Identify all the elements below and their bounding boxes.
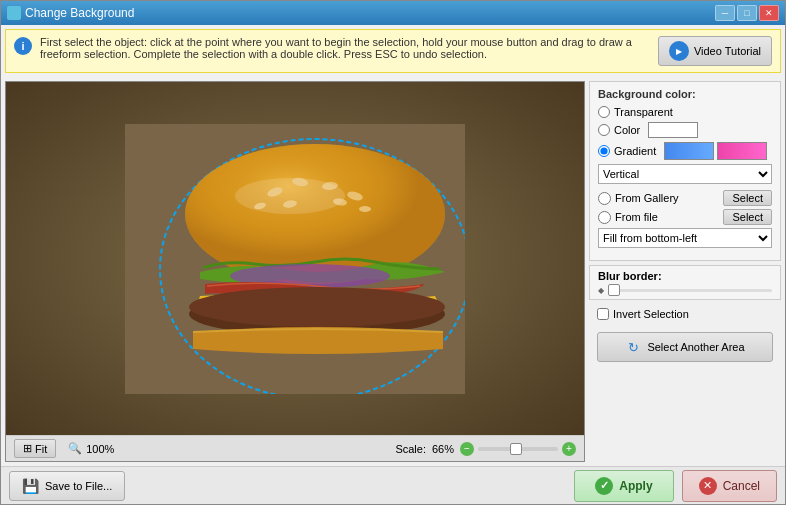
apply-button[interactable]: ✓ Apply [574,470,673,502]
bottom-right-buttons: ✓ Apply ✕ Cancel [574,470,777,502]
fit-icon: ⊞ [23,442,32,455]
canvas-image[interactable] [6,82,584,435]
close-button[interactable]: ✕ [759,5,779,21]
from-file-label: From file [615,211,658,223]
select-another-area-button[interactable]: ↻ Select Another Area [597,332,773,362]
background-color-section: Background color: Transparent Color Grad… [589,81,781,261]
gradient-swatch-pink[interactable] [717,142,767,160]
save-label: Save to File... [45,480,112,492]
video-icon: ▶ [669,41,689,61]
main-content: ⊞ Fit 🔍 100% Scale: 66% − [1,77,785,466]
select-gallery-label: Select [732,192,763,204]
select-area-label: Select Another Area [647,341,744,353]
info-bar: i First select the object: click at the … [5,29,781,73]
check-icon: ✓ [595,477,613,495]
gradient-direction-dropdown[interactable]: Vertical [598,164,772,184]
video-tutorial-button[interactable]: ▶ Video Tutorial [658,36,772,66]
zoom-out-button[interactable]: − [460,442,474,456]
from-file-radio[interactable] [598,211,611,224]
blur-min-icon: ◆ [598,286,604,295]
from-gallery-label: From Gallery [615,192,679,204]
scale-text: Scale: [395,443,426,455]
scale-value: 66% [432,443,454,455]
maximize-button[interactable]: □ [737,5,757,21]
zoom-icon: 🔍 [68,442,82,455]
scale-slider: − + [460,442,576,456]
transparent-label: Transparent [614,106,673,118]
fill-mode-dropdown[interactable]: Fill from bottom-left [598,228,772,248]
blur-slider-track[interactable] [608,289,772,292]
blur-slider-thumb[interactable] [608,284,620,296]
titlebar-left: Change Background [7,6,134,20]
zoom-slider-track[interactable] [478,447,558,451]
from-gallery-radio[interactable] [598,192,611,205]
svg-point-15 [235,178,345,214]
gradient-swatch-blue[interactable] [664,142,714,160]
select-file-button[interactable]: Select [723,209,772,225]
titlebar-buttons: ─ □ ✕ [715,5,779,21]
fit-label: Fit [35,443,47,455]
minus-icon: − [464,443,470,454]
from-gallery-row: From Gallery Select [598,190,772,206]
transparent-row: Transparent [598,106,772,118]
select-gallery-button[interactable]: Select [723,190,772,206]
zoom-slider-thumb[interactable] [510,443,522,455]
select-file-label: Select [732,211,763,223]
apply-label: Apply [619,479,652,493]
zoom-label: 100% [86,443,114,455]
plus-icon: + [566,443,572,454]
gradient-swatches [664,142,767,160]
main-window: Change Background ─ □ ✕ i First select t… [0,0,786,505]
fit-button[interactable]: ⊞ Fit [14,439,56,458]
cancel-button[interactable]: ✕ Cancel [682,470,777,502]
right-panel: Background color: Transparent Color Grad… [589,81,781,462]
burger-svg [125,124,465,394]
gradient-radio[interactable] [598,145,610,157]
invert-selection-row: Invert Selection [589,304,781,324]
zoom-in-button[interactable]: + [562,442,576,456]
info-message: First select the object: click at the po… [40,36,650,60]
cancel-label: Cancel [723,479,760,493]
blur-border-section: Blur border: ◆ [589,265,781,300]
minimize-icon: ─ [722,8,728,18]
scale-area: Scale: 66% − + [395,442,576,456]
color-row: Color [598,122,772,138]
invert-selection-label: Invert Selection [613,308,689,320]
svg-point-14 [189,287,445,327]
info-icon: i [14,37,32,55]
x-icon: ✕ [699,477,717,495]
invert-selection-checkbox[interactable] [597,308,609,320]
refresh-icon: ↻ [625,339,641,355]
color-label: Color [614,124,640,136]
color-swatch[interactable] [648,122,698,138]
minimize-button[interactable]: ─ [715,5,735,21]
blur-slider-row: ◆ [598,286,772,295]
maximize-icon: □ [744,8,749,18]
burger-background [6,82,584,435]
window-title: Change Background [25,6,134,20]
app-icon [7,6,21,20]
canvas-area: ⊞ Fit 🔍 100% Scale: 66% − [5,81,585,462]
save-icon: 💾 [22,478,39,494]
from-file-row: From file Select [598,209,772,225]
bottom-bar: 💾 Save to File... ✓ Apply ✕ Cancel [1,466,785,504]
video-tutorial-label: Video Tutorial [694,45,761,57]
background-color-title: Background color: [598,88,772,100]
canvas-statusbar: ⊞ Fit 🔍 100% Scale: 66% − [6,435,584,461]
titlebar: Change Background ─ □ ✕ [1,1,785,25]
save-to-file-button[interactable]: 💾 Save to File... [9,471,125,501]
close-icon: ✕ [765,8,773,18]
color-radio[interactable] [598,124,610,136]
zoom-info: 🔍 100% [68,442,114,455]
gradient-row: Gradient [598,142,772,160]
blur-border-title: Blur border: [598,270,772,282]
gradient-label: Gradient [614,145,656,157]
svg-point-10 [359,206,371,212]
transparent-radio[interactable] [598,106,610,118]
